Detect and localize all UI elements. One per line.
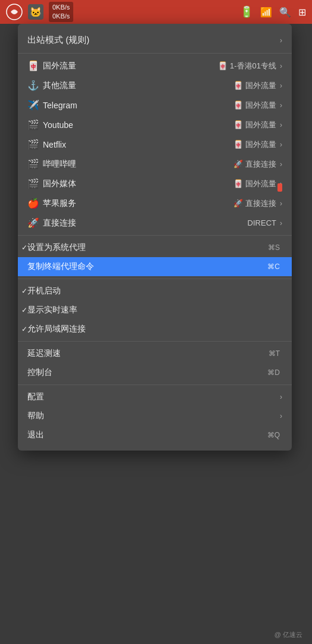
youtube-arrow-icon: › [280,121,282,129]
outbound-mode-arrow-icon: › [280,36,282,45]
other-traffic-value: 🀄 国外流量 [233,80,276,91]
foreign-traffic-icon: 🀄 [27,60,40,71]
other-traffic-label: 其他流量 [43,80,233,91]
outbound-mode-header[interactable]: 出站模式 (规则) › [18,30,292,51]
battery-icon: 🔋 [240,5,253,18]
netflix-value: 🀄 国外流量 [233,139,276,150]
menubar-left: 🐱 0KB/s 0KB/s [6,2,73,23]
youtube-icon: 🎬 [27,119,40,130]
telegram-label: Telegram [43,101,233,110]
console-shortcut: ⌘D [267,368,280,377]
latency-test-shortcut: ⌘T [269,349,280,358]
config-item[interactable]: 配置 › [18,387,292,407]
console-item[interactable]: 控制台 ⌘D [18,363,292,382]
apple-label: 苹果服务 [43,198,233,209]
help-arrow-icon: › [280,412,282,420]
startup-item[interactable]: 开机启动 [18,282,292,301]
traffic-routing-section: 🀄 国外流量 🀄 1-香港01专线 › ⚓ 其他流量 🀄 国外流量 › ✈️ T… [18,54,292,236]
foreign-traffic-label: 国外流量 [43,61,218,71]
utility-section: 延迟测速 ⌘T 控制台 ⌘D [18,342,292,385]
traffic-item-direct[interactable]: 🚀 直接连接 DIRECT › [18,213,292,233]
quit-item[interactable]: 退出 ⌘Q [18,426,292,445]
telegram-value: 🀄 国外流量 [233,100,276,111]
startup-label: 开机启动 [27,286,282,296]
menubar: 🐱 0KB/s 0KB/s 🔋 📶 🔍 ⊞ [0,0,312,24]
traffic-item-youtube[interactable]: 🎬 Youtube 🀄 国外流量 › [18,115,292,135]
allow-lan-label: 允许局域网连接 [27,324,282,334]
bilibili-icon: 🎬 [27,158,40,170]
set-system-proxy-shortcut: ⌘S [268,243,280,252]
traffic-item-netflix[interactable]: 🎬 Netflix 🀄 国外流量 › [18,135,292,154]
other-traffic-icon: ⚓ [27,80,40,91]
apple-arrow-icon: › [280,199,282,208]
telegram-icon: ✈️ [27,99,40,111]
cursor-indicator [277,183,282,192]
foreign-media-value: 🀄 国外流量 [233,179,276,189]
netflix-label: Netflix [43,140,233,149]
outbound-mode-section: 出站模式 (规则) › [18,27,292,54]
foreign-media-icon: 🎬 [27,178,40,189]
quit-shortcut: ⌘Q [267,431,280,439]
copy-terminal-proxy-label: 复制终端代理命令 [27,261,267,272]
direct-connect-icon: 🚀 [27,217,40,229]
latency-test-item[interactable]: 延迟测速 ⌘T [18,344,292,363]
help-label: 帮助 [27,411,276,421]
settings-section: 设置为系统代理 ⌘S 复制终端代理命令 ⌘C [18,236,292,279]
help-item[interactable]: 帮助 › [18,407,292,426]
set-system-proxy-item[interactable]: 设置为系统代理 ⌘S [18,238,292,257]
outbound-mode-label: 出站模式 (规则) [27,35,280,46]
youtube-value: 🀄 国外流量 [233,120,276,130]
youtube-value-icon: 🀄 [233,120,243,129]
toggle-section: 开机启动 显示实时速率 允许局域网连接 [18,279,292,342]
direct-connect-label: 直接连接 [43,218,248,229]
other-traffic-value-icon: 🀄 [233,81,243,90]
traffic-item-apple[interactable]: 🍎 苹果服务 🚀 直接连接 › [18,193,292,213]
foreign-media-label: 国外媒体 [43,179,233,189]
config-arrow-icon: › [280,393,282,401]
nav-section: 配置 › 帮助 › 退出 ⌘Q [18,385,292,447]
foreign-traffic-value: 🀄 1-香港01专线 [218,61,276,71]
config-label: 配置 [27,392,276,402]
traffic-item-foreign[interactable]: 🀄 国外流量 🀄 1-香港01专线 › [18,56,292,76]
other-traffic-arrow-icon: › [280,82,282,90]
bilibili-arrow-icon: › [280,160,282,168]
youtube-label: Youtube [43,120,233,130]
bilibili-label: 哔哩哔哩 [43,159,233,170]
speed-display: 0KB/s 0KB/s [49,2,73,23]
menubar-right: 🔋 📶 🔍 ⊞ [240,5,306,18]
svg-text:🐱: 🐱 [30,7,42,18]
bilibili-value: 🚀 直接连接 [233,159,276,170]
bilibili-value-icon: 🚀 [233,160,243,168]
set-system-proxy-label: 设置为系统代理 [27,242,268,253]
netflix-icon: 🎬 [27,139,40,150]
traffic-item-telegram[interactable]: ✈️ Telegram 🀄 国外流量 › [18,95,292,115]
dropdown-menu: 出站模式 (规则) › 🀄 国外流量 🀄 1-香港01专线 › ⚓ 其他流量 🀄… [18,24,292,451]
app-logo-icon [6,4,23,20]
foreign-traffic-arrow-icon: › [280,62,282,70]
netflix-arrow-icon: › [280,140,282,149]
telegram-arrow-icon: › [280,101,282,110]
netflix-value-icon: 🀄 [233,140,243,149]
apple-value: 🚀 直接连接 [233,198,276,209]
telegram-value-icon: 🀄 [233,101,243,110]
direct-connect-arrow-icon: › [280,219,282,227]
copy-terminal-proxy-item[interactable]: 复制终端代理命令 ⌘C [18,257,292,276]
traffic-item-bilibili[interactable]: 🎬 哔哩哔哩 🚀 直接连接 › [18,154,292,174]
quit-label: 退出 [27,430,267,440]
search-icon[interactable]: 🔍 [279,7,291,18]
allow-lan-item[interactable]: 允许局域网连接 [18,320,292,339]
wifi-icon: 📶 [260,7,272,18]
show-speed-label: 显示实时速率 [27,305,282,315]
clash-icon[interactable]: 🐱 [27,4,44,20]
watermark: @ 亿速云 [274,630,302,639]
show-speed-item[interactable]: 显示实时速率 [18,301,292,320]
copy-terminal-proxy-shortcut: ⌘C [267,262,280,271]
apple-value-icon: 🚀 [233,199,243,208]
foreign-traffic-value-icon: 🀄 [218,61,227,70]
traffic-item-foreign-media[interactable]: 🎬 国外媒体 🀄 国外流量 › [18,174,292,193]
latency-test-label: 延迟测速 [27,348,269,359]
control-center-icon[interactable]: ⊞ [298,7,306,18]
traffic-item-other[interactable]: ⚓ 其他流量 🀄 国外流量 › [18,76,292,95]
apple-icon: 🍎 [27,198,40,209]
direct-connect-value: DIRECT [248,218,276,227]
